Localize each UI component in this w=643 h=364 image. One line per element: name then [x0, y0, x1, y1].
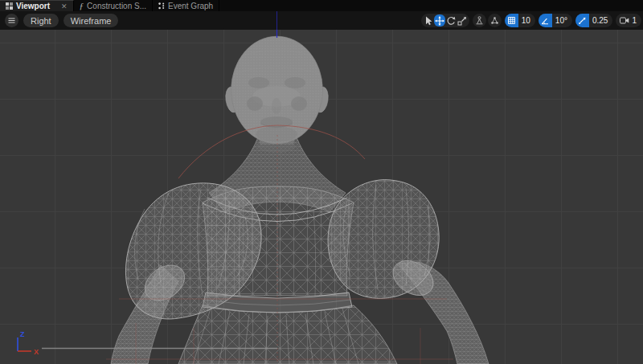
- camera-orientation-button[interactable]: Right: [23, 14, 59, 27]
- transform-tool-group: [421, 14, 469, 27]
- hamburger-icon: [8, 18, 15, 23]
- scale-icon: [457, 16, 467, 26]
- tab-bar: Viewport ✕ ƒ Construction S... Event Gra…: [0, 0, 643, 11]
- rotation-snap-toggle[interactable]: [539, 14, 552, 27]
- camera-speed-value[interactable]: 1: [632, 16, 637, 25]
- grid-snap-value[interactable]: 10: [518, 16, 535, 25]
- surface-snapping-button[interactable]: [473, 14, 486, 27]
- origin-axis-line-over-toolbar: [276, 11, 277, 30]
- scale-tool-button[interactable]: [457, 14, 468, 27]
- scale-snap-icon: [578, 17, 586, 25]
- close-icon[interactable]: ✕: [61, 2, 68, 10]
- grid-snap-toggle[interactable]: [505, 14, 518, 27]
- head-mesh: [231, 36, 323, 144]
- viewport-options-button[interactable]: [5, 14, 18, 27]
- angle-icon: [541, 17, 549, 25]
- rotation-snap-value[interactable]: 10°: [552, 16, 572, 25]
- tab-label: Viewport: [16, 2, 50, 10]
- tab-label: Construction S...: [87, 2, 146, 10]
- grid-snap-control[interactable]: 10: [505, 14, 535, 27]
- scale-snap-value[interactable]: 0.25: [589, 16, 612, 25]
- view-mode-label: Wireframe: [71, 16, 112, 26]
- move-tool-button[interactable]: [434, 14, 445, 27]
- brow-shading: [248, 77, 269, 88]
- grid-icon: [508, 17, 515, 24]
- graph-icon: [158, 2, 165, 10]
- view-mode-button[interactable]: Wireframe: [63, 14, 119, 27]
- axis-gizmo: Z X: [18, 330, 39, 356]
- camera-icon: [620, 17, 629, 24]
- move-icon: [435, 16, 444, 26]
- camera-speed-control[interactable]: 1: [616, 14, 641, 27]
- cheek-shading: [247, 96, 263, 111]
- z-axis-label: Z: [20, 330, 25, 338]
- right-sleeve-mesh: [328, 180, 439, 299]
- x-axis-label: X: [34, 348, 39, 356]
- tab-viewport[interactable]: Viewport ✕: [0, 0, 74, 11]
- rotate-tool-button[interactable]: [445, 14, 457, 27]
- tab-label: Event Graph: [168, 2, 213, 10]
- orientation-label: Right: [31, 16, 51, 26]
- tab-construction-script[interactable]: ƒ Construction S...: [74, 0, 153, 11]
- viewport-icon: [6, 2, 13, 10]
- scale-snap-toggle[interactable]: [575, 14, 589, 27]
- select-tool-button[interactable]: [423, 14, 434, 27]
- function-icon: ƒ: [80, 1, 84, 10]
- scale-snap-control[interactable]: 0.25: [575, 14, 612, 27]
- nose-shading: [272, 98, 281, 114]
- vertex-snap-icon: [490, 16, 499, 25]
- viewport-toolbar: Right Wireframe: [0, 11, 643, 30]
- surface-snap-icon: [475, 16, 484, 25]
- viewport-canvas[interactable]: Z X: [0, 30, 643, 364]
- rotate-icon: [446, 16, 456, 26]
- cursor-icon: [424, 16, 432, 26]
- skirt-mesh: [178, 305, 397, 364]
- rotation-snap-control[interactable]: 10°: [539, 14, 572, 27]
- vertex-snapping-button[interactable]: [488, 14, 502, 27]
- tab-event-graph[interactable]: Event Graph: [153, 0, 219, 11]
- character-wireframe: Z X: [0, 30, 643, 364]
- blueprint-editor-window: Viewport ✕ ƒ Construction S... Event Gra…: [0, 0, 643, 364]
